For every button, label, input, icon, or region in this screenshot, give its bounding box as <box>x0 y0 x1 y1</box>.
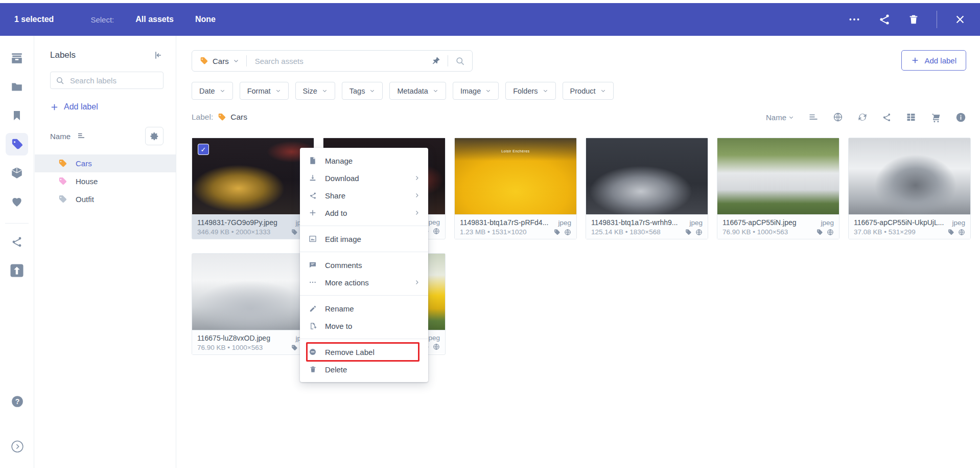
menu-item-rename[interactable]: Rename <box>300 300 428 317</box>
labels-settings-button[interactable] <box>145 127 164 145</box>
label-filter-chip-text: Cars <box>213 57 229 65</box>
pin-search-icon[interactable] <box>431 56 440 65</box>
sort-order-icon <box>77 132 86 140</box>
asset-card[interactable]: 116675-luZ8vxOD.jpeg jpeg 76.90 KB • 100… <box>192 253 314 355</box>
asset-meta: 76.90 KB • 1000×563 <box>197 344 291 351</box>
globe-icon[interactable] <box>833 112 843 122</box>
chevron-down-icon <box>275 88 281 94</box>
asset-card[interactable]: 116675-apCP55iN-UkpUjL... jpeg 37.08 KB … <box>848 138 971 239</box>
menu-item-label: Share <box>325 191 345 200</box>
asset-meta: 1.23 MB • 1531×1020 <box>460 228 553 236</box>
label-filter-chip[interactable]: Cars <box>199 56 239 65</box>
expand-panel-icon[interactable] <box>6 435 29 458</box>
filter-size[interactable]: Size <box>295 82 335 100</box>
chevron-down-icon <box>788 115 794 120</box>
label-row-outfit[interactable]: Outfit <box>35 190 176 208</box>
plus-icon <box>911 56 919 64</box>
labels-sort-label: Name <box>50 132 71 141</box>
filter-metadata[interactable]: Metadata <box>389 82 446 100</box>
tag-icon <box>58 194 67 204</box>
menu-item-add-to[interactable]: Add to <box>300 204 428 221</box>
submenu-chevron-icon <box>414 192 420 198</box>
asset-card[interactable]: 1149831-btq1a7rS-wrhh9... jpeg 125.14 KB… <box>586 138 708 239</box>
asset-card[interactable]: Loisir Enchères 1149831-btq1a7rS-pRFd4..… <box>454 138 577 239</box>
menu-item-download[interactable]: Download <box>300 169 428 187</box>
close-icon[interactable] <box>954 14 966 25</box>
folders-icon[interactable] <box>6 76 28 98</box>
submenu-chevron-icon <box>414 210 420 216</box>
asset-format: jpeg <box>558 219 571 227</box>
collections-icon[interactable] <box>6 104 28 127</box>
asset-filename: 1149831-btq1a7rS-wrhh9... <box>591 218 685 227</box>
asset-checkbox-checked[interactable]: ✓ <box>198 144 208 154</box>
tag-icon <box>58 176 67 186</box>
svg-text:?: ? <box>15 397 19 406</box>
delete-icon[interactable] <box>908 13 919 26</box>
filter-format[interactable]: Format <box>240 82 289 100</box>
select-none-button[interactable]: None <box>195 15 216 24</box>
menu-item-more-actions[interactable]: More actions <box>300 274 428 291</box>
cart-icon[interactable] <box>930 112 941 123</box>
menu-item-move-to[interactable]: Move to <box>300 317 428 335</box>
filter-tags[interactable]: Tags <box>342 82 383 100</box>
share-icon[interactable] <box>882 113 892 122</box>
asset-filename: 1149831-7GO9o9Py.jpeg <box>197 218 291 227</box>
search-icon[interactable] <box>455 56 465 66</box>
add-label-link[interactable]: Add label <box>50 102 164 112</box>
upload-icon[interactable] <box>6 259 28 282</box>
menu-item-label: Download <box>325 174 359 183</box>
filter-date[interactable]: Date <box>192 82 233 100</box>
label-search <box>50 72 164 89</box>
share-icon[interactable] <box>878 13 891 26</box>
sort-direction-icon[interactable] <box>808 113 819 122</box>
refresh-icon[interactable] <box>857 112 868 122</box>
menu-item-remove-label[interactable]: Remove Label <box>300 343 428 361</box>
searchbar-divider <box>448 55 448 66</box>
label-row-cars[interactable]: Cars <box>35 154 176 172</box>
filter-label: Format <box>247 87 271 95</box>
chevron-down-icon <box>322 88 328 94</box>
select-all-button[interactable]: All assets <box>135 15 174 24</box>
menu-item-label: Comments <box>325 261 362 270</box>
label-search-input[interactable] <box>69 76 158 85</box>
collapse-panel-icon[interactable] <box>153 50 164 60</box>
menu-item-manage[interactable]: Manage <box>300 152 428 169</box>
labels-sort[interactable]: Name <box>50 132 86 141</box>
menu-item-delete[interactable]: Delete <box>300 361 428 378</box>
select-label: Select: <box>90 15 114 24</box>
favorites-icon[interactable] <box>6 190 28 213</box>
manage-icon <box>308 157 317 165</box>
tag-icon <box>947 229 954 236</box>
filter-image[interactable]: Image <box>453 82 499 100</box>
menu-item-edit-image[interactable]: Edit image <box>300 230 428 248</box>
asset-card[interactable]: 116675-apCP55iN.jpeg jpeg 76.90 KB • 100… <box>717 138 839 239</box>
sort-select[interactable]: Name <box>766 113 794 122</box>
view-mode-icon[interactable] <box>906 112 916 122</box>
filter-folders[interactable]: Folders <box>505 82 555 100</box>
label-row-house[interactable]: House <box>35 172 176 190</box>
menu-item-comments[interactable]: Comments <box>300 256 428 274</box>
move-to-icon <box>308 322 317 330</box>
products-icon[interactable] <box>6 162 28 184</box>
asset-search-bar: Cars <box>192 50 473 72</box>
assets-icon[interactable] <box>6 47 28 70</box>
add-label-button[interactable]: Add label <box>901 50 966 71</box>
asset-card[interactable]: ✓ 1149831-7GO9o9Py.jpeg jpeg 346.49 KB •… <box>192 138 314 239</box>
current-label-header: Label: Cars <box>192 113 247 122</box>
rail-divider <box>5 223 29 224</box>
asset-search-input[interactable] <box>254 56 431 66</box>
shared-links-icon[interactable] <box>6 231 28 253</box>
labels-icon[interactable] <box>6 133 28 155</box>
info-icon[interactable] <box>955 112 966 123</box>
label-row-text: House <box>76 177 98 186</box>
more-actions-icon[interactable] <box>848 13 861 26</box>
asset-filename: 1149831-btq1a7rS-pRFd4... <box>460 218 554 227</box>
plus-icon <box>308 209 317 217</box>
searchbar-divider <box>246 55 247 66</box>
selected-count: 1 selected <box>14 15 54 24</box>
sort-select-label: Name <box>766 113 786 122</box>
help-icon[interactable]: ? <box>6 390 29 413</box>
labels-panel-title: Labels <box>50 50 76 60</box>
filter-product[interactable]: Product <box>563 82 614 100</box>
menu-item-share[interactable]: Share <box>300 187 428 204</box>
